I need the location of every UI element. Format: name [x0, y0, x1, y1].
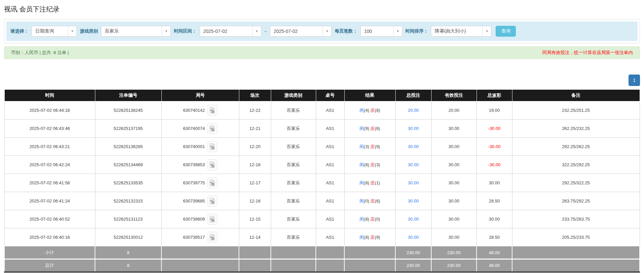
page-1-button[interactable]: 1 [629, 75, 640, 86]
valid-bet-cell: 30.00 [431, 120, 477, 138]
session-cell: 12-16 [239, 192, 271, 210]
page-size-label: 每页笔数： [335, 28, 357, 34]
video-replay-button[interactable] [207, 105, 217, 116]
payout-cell: 30.00 [477, 210, 512, 228]
banker-label: 庄 [370, 180, 375, 185]
game-type-select[interactable]: 百家乐 ▼ [101, 26, 171, 37]
sort-order-select[interactable]: 降幂(由大到小) ▼ [431, 26, 491, 37]
round-cell: 630739775 [161, 174, 239, 192]
video-replay-button[interactable] [207, 141, 217, 152]
result-cell: 闲(8) 庄(1) [344, 174, 395, 192]
summary-bar: 币别：人民币 | 总共 :8 注单 | 同局有效投注，统一计算在该局第一张注单内 [4, 46, 640, 59]
table-row: 2025-07-02 06:43:21522625136285630740001… [4, 138, 640, 156]
video-file-icon [209, 216, 215, 223]
player-label: 闲 [359, 162, 364, 167]
player-label: 闲 [359, 198, 364, 203]
col-header-session: 场次 [239, 90, 271, 101]
video-replay-button[interactable] [207, 214, 217, 225]
total-bet-link[interactable]: 30.00 [408, 217, 419, 222]
video-file-icon [209, 234, 215, 241]
remark-cell: 233.75/263.75 [512, 210, 640, 228]
table-row: 2025-07-02 06:41:24522625132315630739685… [4, 192, 640, 210]
remark-cell: 262.25/232.25 [512, 120, 640, 138]
time-range-label: 时间区间： [174, 28, 197, 34]
chevron-down-icon: ▼ [68, 26, 77, 36]
video-replay-button[interactable] [207, 232, 217, 243]
banker-label: 庄 [370, 108, 375, 113]
empty-cell [239, 259, 271, 272]
total-bet-link[interactable]: 30.00 [408, 235, 419, 240]
total-bet-link[interactable]: 30.00 [408, 162, 419, 167]
bet-id-cell: 522625137195 [95, 120, 161, 138]
table-no-cell: AS1 [316, 120, 344, 138]
time-cell: 2025-07-02 06:44:18 [4, 101, 95, 120]
game-type-value: 百家乐 [101, 28, 162, 34]
query-type-select[interactable]: 日期查询 ▼ [32, 26, 77, 37]
payout-cell: 28.50 [477, 228, 512, 246]
table-row: 2025-07-02 06:43:46522625137195630740074… [4, 120, 640, 138]
table-row: 2025-07-02 06:40:52522625131123630739609… [4, 210, 640, 228]
player-score: (3) [364, 144, 369, 149]
video-replay-button[interactable] [207, 159, 217, 170]
col-header-remark: 备注 [512, 90, 640, 101]
video-file-icon [209, 161, 215, 168]
time-cell: 2025-07-02 06:43:46 [4, 120, 95, 138]
total-bet-link[interactable]: 20.00 [408, 108, 419, 113]
table-body: 2025-07-02 06:44:18522625138245630740142… [4, 101, 640, 246]
round-cell: 630739685 [161, 192, 239, 210]
session-cell: 12-15 [239, 210, 271, 228]
time-cell: 2025-07-02 06:41:24 [4, 192, 95, 210]
payout-cell: 19.00 [477, 101, 512, 120]
payout-cell: -30.00 [477, 138, 512, 156]
banker-score: (9) [375, 235, 380, 240]
player-score: (8) [364, 235, 369, 240]
subtotal-count: 8 [95, 246, 161, 259]
table-header-row: 时间 注单编号 局号 场次 游戏类别 桌号 结果 总投注 有效投注 总派彩 备注 [4, 90, 640, 101]
chevron-down-icon: ▼ [252, 26, 261, 36]
round-id: 630739517 [183, 235, 205, 240]
video-file-icon [209, 197, 215, 204]
table-no-cell: AS1 [316, 138, 344, 156]
valid-bet-cell: 30.00 [431, 156, 477, 174]
col-header-result: 结果 [344, 90, 395, 101]
total-bet-link[interactable]: 30.00 [408, 126, 419, 131]
banker-label: 庄 [370, 162, 375, 167]
pagination: 1 [4, 75, 640, 86]
player-score: (9) [364, 126, 369, 131]
video-replay-button[interactable] [207, 177, 217, 188]
banker-score: (1) [375, 180, 380, 185]
empty-cell [271, 259, 316, 272]
session-cell: 12-18 [239, 156, 271, 174]
total-bet-link[interactable]: 30.00 [408, 180, 419, 185]
remark-cell: 232.25/251.25 [512, 101, 640, 120]
date-from-select[interactable]: 2025-07-02 ▼ [200, 26, 261, 37]
col-header-table-no: 桌号 [316, 90, 344, 101]
video-file-icon [209, 179, 215, 186]
video-replay-button[interactable] [207, 123, 217, 134]
video-replay-button[interactable] [207, 195, 217, 207]
empty-cell [344, 259, 395, 272]
total-count: 8 [95, 259, 161, 272]
session-cell: 12-20 [239, 138, 271, 156]
chevron-down-icon: ▼ [162, 26, 170, 36]
valid-bet-cell: 30.00 [431, 228, 477, 246]
empty-cell [271, 246, 316, 259]
date-to-select[interactable]: 2025-07-02 ▼ [270, 26, 332, 37]
player-label: 闲 [359, 126, 364, 131]
valid-bet-cell: 20.00 [431, 101, 477, 120]
banker-label: 庄 [370, 235, 375, 240]
time-cell: 2025-07-02 06:41:58 [4, 174, 95, 192]
banker-score: (3) [375, 162, 380, 167]
banker-score: (0) [375, 217, 380, 222]
total-bet-link[interactable]: 30.00 [408, 144, 419, 149]
bet-id-cell: 522625131123 [95, 210, 161, 228]
result-cell: 闲(4) 庄(8) [344, 101, 395, 120]
table-row: 2025-07-02 06:44:18522625138245630740142… [4, 101, 640, 120]
round-cell: 630740001 [161, 138, 239, 156]
session-cell: 12-17 [239, 174, 271, 192]
search-button[interactable]: 查询 [496, 26, 516, 37]
total-bet-link[interactable]: 30.00 [408, 198, 419, 203]
page-size-select[interactable]: 100 ▼ [360, 26, 402, 37]
total-label: 总计 [4, 259, 95, 272]
page: 视讯 会员下注纪录 请选择： 日期查询 ▼ 游戏类别 百家乐 ▼ 时间区间： 2… [0, 0, 644, 273]
